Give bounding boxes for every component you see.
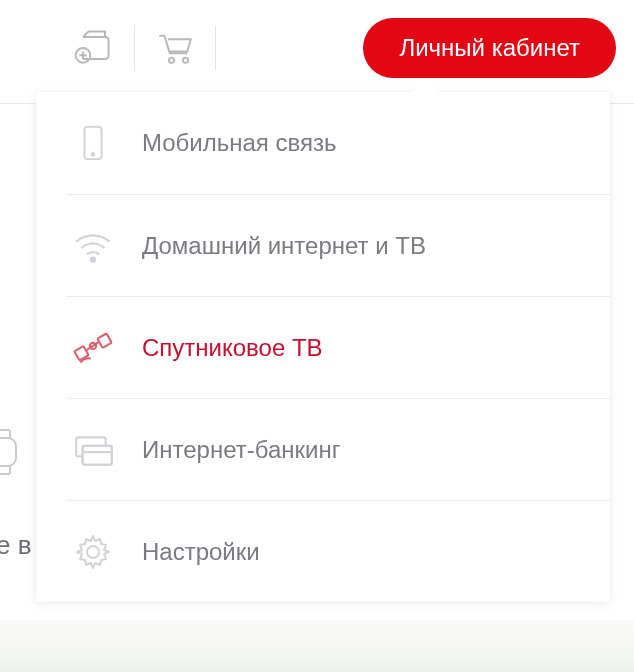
cart-icon[interactable]	[151, 24, 199, 72]
account-dropdown: Мобильная связь Домашний интернет и ТВ С…	[36, 92, 610, 602]
svg-point-16	[87, 546, 99, 558]
svg-point-8	[91, 257, 95, 261]
phone-icon	[66, 116, 120, 170]
satellite-icon	[66, 321, 120, 375]
wifi-icon	[66, 219, 120, 273]
menu-item-label: Спутниковое ТВ	[142, 334, 323, 362]
background-water	[0, 620, 634, 672]
menu-item-home-internet[interactable]: Домашний интернет и ТВ	[66, 194, 610, 296]
svg-rect-10	[97, 333, 111, 347]
card-icon	[66, 423, 120, 477]
separator	[215, 26, 216, 70]
separator	[134, 26, 135, 70]
wallet-add-icon[interactable]	[70, 24, 118, 72]
svg-point-5	[183, 58, 188, 63]
background-watch-icon	[0, 428, 26, 476]
account-button[interactable]: Личный кабинет	[363, 18, 616, 78]
gear-icon	[66, 525, 120, 579]
menu-item-satellite-tv[interactable]: Спутниковое ТВ	[66, 296, 610, 398]
svg-rect-0	[0, 438, 16, 466]
menu-item-settings[interactable]: Настройки	[66, 500, 610, 602]
menu-item-internet-banking[interactable]: Интернет-банкинг	[66, 398, 610, 500]
svg-rect-2	[0, 466, 10, 474]
account-button-label: Личный кабинет	[399, 34, 580, 61]
background-text-fragment: е в	[0, 530, 32, 561]
top-bar: Личный кабинет	[0, 18, 634, 78]
top-region: Личный кабинет	[0, 0, 634, 104]
svg-point-4	[169, 58, 174, 63]
svg-rect-1	[0, 430, 10, 438]
menu-item-label: Интернет-банкинг	[142, 436, 340, 464]
svg-rect-13	[83, 445, 112, 464]
menu-item-mobile[interactable]: Мобильная связь	[36, 92, 610, 194]
menu-item-label: Домашний интернет и ТВ	[142, 232, 426, 260]
svg-point-7	[92, 153, 95, 156]
menu-item-label: Настройки	[142, 538, 260, 566]
menu-item-label: Мобильная связь	[142, 129, 337, 157]
